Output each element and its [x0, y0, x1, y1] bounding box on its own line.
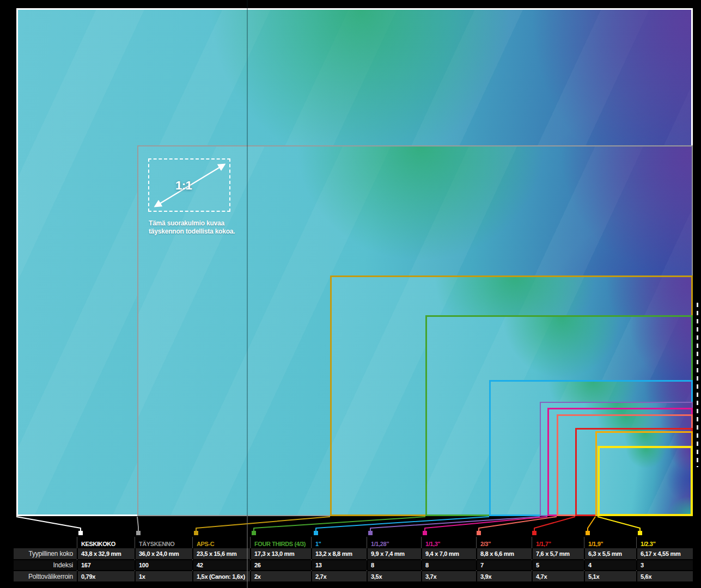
- sensor-size-infographic: 1:1 Tämä suorakulmio kuvaa täyskennon to…: [0, 0, 701, 588]
- ratio-caption-line2: täyskennon todellista kokoa.: [149, 228, 235, 236]
- marker-tayskenno: [136, 531, 141, 535]
- ratio-caption: Tämä suorakulmio kuvaa täyskennon todell…: [149, 219, 235, 236]
- marker-1-1-9: [586, 531, 590, 535]
- leader-keskikoko: [16, 517, 81, 532]
- leader-1-1-9: [588, 517, 595, 532]
- marker-keskikoko: [78, 531, 83, 535]
- leader-four-thirds: [254, 517, 425, 532]
- marker-1-2-3: [638, 531, 642, 535]
- leader-1-2-3: [598, 517, 640, 532]
- page-edge-dashes: [697, 303, 698, 467]
- marker-1-1-28: [368, 531, 373, 535]
- marker-aps-c: [194, 531, 198, 535]
- marker-1-inch: [314, 531, 318, 535]
- leader-lines: [16, 517, 640, 532]
- marker-1-1-7: [532, 531, 537, 535]
- page-crease-line: [247, 516, 248, 588]
- annotation-arrow-layer: [0, 0, 701, 588]
- marker-2-3: [477, 531, 481, 535]
- leader-1-1-3: [425, 517, 547, 532]
- ratio-label: 1:1: [175, 179, 192, 193]
- marker-four-thirds: [252, 531, 256, 535]
- leader-tayskenno: [137, 517, 138, 532]
- ratio-caption-line1: Tämä suorakulmio kuvaa: [149, 219, 235, 228]
- marker-1-1-3: [423, 531, 427, 535]
- page-crease-line: [247, 0, 248, 516]
